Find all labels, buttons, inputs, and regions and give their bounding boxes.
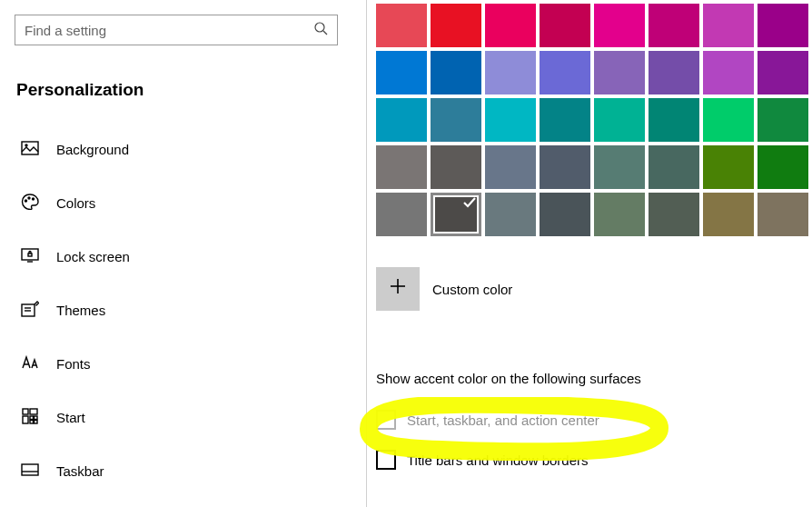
svg-rect-15 <box>23 416 28 423</box>
color-swatch[interactable] <box>540 145 590 189</box>
search-input[interactable] <box>25 23 328 38</box>
themes-icon <box>20 301 40 321</box>
svg-point-5 <box>28 197 30 199</box>
sidebar-item-label: Fonts <box>56 356 91 372</box>
color-swatch[interactable] <box>431 4 481 47</box>
svg-line-1 <box>323 31 327 35</box>
plus-icon <box>388 276 408 302</box>
color-grid <box>376 4 808 236</box>
svg-rect-9 <box>28 254 32 256</box>
checkbox-label: Title bars and window borders <box>407 452 589 468</box>
color-swatch[interactable] <box>485 51 536 94</box>
color-swatch[interactable] <box>431 51 481 94</box>
checkbox-icon[interactable] <box>376 450 396 470</box>
checkbox-label: Start, taskbar, and action center <box>407 413 599 428</box>
sidebar-item-label: Themes <box>56 303 105 318</box>
color-swatch[interactable] <box>376 98 427 142</box>
color-swatch[interactable] <box>758 51 808 94</box>
svg-rect-13 <box>23 409 28 414</box>
color-swatch[interactable] <box>540 51 590 94</box>
sidebar-item-label: Start <box>56 410 85 425</box>
fonts-icon <box>20 355 40 373</box>
sidebar-item-label: Background <box>56 142 129 157</box>
sidebar-item-themes[interactable]: Themes <box>15 290 367 331</box>
color-swatch[interactable] <box>376 51 427 94</box>
sidebar-item-label: Lock screen <box>56 249 130 264</box>
sidebar-item-taskbar[interactable]: Taskbar <box>15 451 367 492</box>
color-swatch[interactable] <box>758 193 808 236</box>
svg-point-6 <box>33 198 35 200</box>
sidebar-item-background[interactable]: Background <box>15 129 367 170</box>
svg-rect-19 <box>35 420 38 423</box>
start-grid-icon <box>20 408 40 428</box>
color-swatch[interactable] <box>594 193 645 236</box>
color-swatch[interactable] <box>376 193 427 236</box>
sidebar-item-fonts[interactable]: Fonts <box>15 343 367 384</box>
color-swatch[interactable] <box>485 98 536 142</box>
color-swatch[interactable] <box>594 4 645 47</box>
svg-rect-14 <box>30 409 37 414</box>
color-swatch[interactable] <box>540 98 590 142</box>
search-box[interactable] <box>15 15 338 45</box>
color-swatch[interactable] <box>758 98 808 142</box>
color-swatch[interactable] <box>758 4 808 47</box>
sidebar-item-label: Taskbar <box>56 463 104 479</box>
color-swatch[interactable] <box>758 145 808 189</box>
sidebar-item-start[interactable]: Start <box>15 397 367 438</box>
color-swatch[interactable] <box>649 98 699 142</box>
color-swatch[interactable] <box>649 145 699 189</box>
color-swatch[interactable] <box>540 193 590 236</box>
color-swatch[interactable] <box>540 4 590 47</box>
color-swatch[interactable] <box>431 98 481 142</box>
sidebar-item-label: Colors <box>56 195 95 211</box>
color-swatch[interactable] <box>594 145 645 189</box>
color-swatch[interactable] <box>703 193 754 236</box>
accent-surfaces-heading: Show accent color on the following surfa… <box>376 371 808 386</box>
color-swatch[interactable] <box>431 193 481 236</box>
svg-rect-7 <box>22 249 38 260</box>
custom-color-label: Custom color <box>432 282 512 297</box>
svg-rect-20 <box>22 464 38 475</box>
palette-icon <box>20 194 40 214</box>
color-swatch[interactable] <box>649 193 699 236</box>
taskbar-icon <box>20 463 40 480</box>
checkbox-titlebars[interactable]: Title bars and window borders <box>376 450 808 470</box>
color-swatch[interactable] <box>649 4 699 47</box>
lock-screen-icon <box>20 248 40 266</box>
checkbox-start-taskbar: Start, taskbar, and action center <box>376 410 808 430</box>
color-swatch[interactable] <box>485 4 536 47</box>
check-icon <box>461 194 478 214</box>
svg-rect-16 <box>30 416 34 420</box>
color-swatch[interactable] <box>703 51 754 94</box>
color-swatch[interactable] <box>703 98 754 142</box>
svg-rect-2 <box>22 142 38 154</box>
custom-color-button[interactable] <box>376 267 420 311</box>
search-icon <box>313 21 328 39</box>
color-swatch[interactable] <box>376 145 427 189</box>
svg-point-4 <box>25 200 27 202</box>
sidebar-item-colors[interactable]: Colors <box>15 183 367 224</box>
color-swatch[interactable] <box>594 51 645 94</box>
color-swatch[interactable] <box>594 98 645 142</box>
color-swatch[interactable] <box>703 4 754 47</box>
color-swatch[interactable] <box>431 145 481 189</box>
checkbox-icon <box>376 410 396 430</box>
svg-point-3 <box>25 144 27 146</box>
color-swatch[interactable] <box>376 4 427 47</box>
color-swatch[interactable] <box>703 145 754 189</box>
section-title: Personalization <box>16 80 367 100</box>
svg-rect-18 <box>30 420 34 423</box>
color-swatch[interactable] <box>485 145 536 189</box>
color-swatch[interactable] <box>649 51 699 94</box>
svg-rect-17 <box>35 416 38 420</box>
sidebar-nav: Background Colors Lock screen <box>15 129 367 492</box>
svg-point-0 <box>315 23 324 32</box>
sidebar-item-lockscreen[interactable]: Lock screen <box>15 236 367 277</box>
color-swatch[interactable] <box>485 193 536 236</box>
picture-icon <box>20 141 40 159</box>
